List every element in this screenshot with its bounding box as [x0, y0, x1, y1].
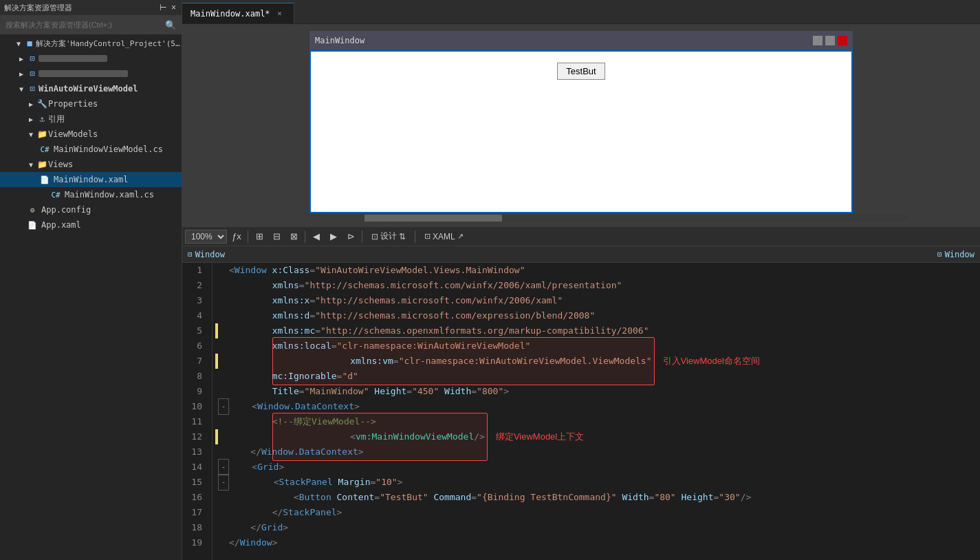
- code-line-15: - <StackPanel Margin="10">: [218, 475, 974, 490]
- code-line-10: - <Window.DataContext>: [218, 399, 974, 414]
- sidebar-item-blurred2[interactable]: ▶ ⊡: [0, 66, 182, 81]
- sidebar-item-properties[interactable]: ▶ 🔧 Properties: [0, 96, 182, 111]
- xaml-toggle-btn[interactable]: ⊡ XAML ↗: [419, 230, 469, 243]
- properties-icon: 🔧: [36, 99, 48, 109]
- breadcrumb-window-icon: ⊡: [188, 250, 193, 259]
- appconfig-label: App.config: [41, 205, 182, 215]
- viewmodels-folder-label: ViewModels: [48, 129, 182, 139]
- annotation-line12: 绑定ViewModel上下文: [496, 429, 584, 444]
- tab-mainwindow-xaml[interactable]: MainWindow.xaml* ×: [182, 3, 294, 23]
- code-line-17: </StackPanel>: [218, 505, 974, 520]
- tab-bar: MainWindow.xaml* ×: [182, 0, 980, 24]
- sidebar-header-controls: ⊢ ×: [158, 3, 177, 12]
- sidebar-item-appconfig[interactable]: ⚙ App.config: [0, 202, 182, 217]
- preview-maximize-btn[interactable]: [825, 36, 835, 45]
- toolbar-formula-btn[interactable]: ƒx: [229, 229, 244, 244]
- annotation-line7: 引入ViewModel命名空间: [663, 354, 760, 369]
- line-numbers: 1 2 3 4 5 6 7 8 9 10 11 12 13 14 15 16 1…: [182, 263, 213, 560]
- toolbar-grid-btn[interactable]: ⊞: [252, 229, 267, 244]
- preview-testbut[interactable]: TestBut: [557, 63, 605, 80]
- sidebar-item-mainwindow-cs[interactable]: C# MainWindow.xaml.cs: [0, 187, 182, 202]
- preview-titlebar: MainWindow: [309, 31, 853, 50]
- code-content: <Window x:Class="WinAutoWireViewModel.Vi…: [213, 263, 980, 560]
- editor-area: MainWindow.xaml* × MainWindow TestBut: [182, 0, 980, 560]
- toolbar-left-btn[interactable]: ◀: [309, 229, 324, 244]
- project-icon-1: ⊡: [26, 54, 39, 63]
- properties-label: Properties: [48, 99, 182, 109]
- fold-btn-14[interactable]: -: [218, 459, 229, 475]
- mainwindow-cs-label: MainWindow.xaml.cs: [65, 190, 182, 200]
- code-line-18: </Grid>: [218, 520, 974, 535]
- sidebar-search-input[interactable]: [6, 21, 162, 29]
- code-line-13: </Window.DataContext>: [218, 444, 974, 460]
- sidebar-item-project[interactable]: ▼ ⊡ WinAutoWireViewModel: [0, 81, 182, 96]
- code-line-7: xmlns:vm="clr-namespace:WinAutoWireViewM…: [218, 354, 974, 369]
- preview-minimize-btn[interactable]: [813, 36, 823, 45]
- main-layout: 解决方案资源管理器 ⊢ × 🔍 ▼ ■ 解决方案'HandyControl_Pr…: [0, 0, 980, 560]
- breadcrumb-right-window[interactable]: Window: [945, 250, 974, 259]
- zoom-select[interactable]: 100%: [185, 230, 227, 244]
- code-line-1: <Window x:Class="WinAutoWireViewModel.Vi…: [218, 263, 974, 278]
- sidebar-item-blurred1[interactable]: ▶ ⊡: [0, 51, 182, 66]
- sidebar-header: 解决方案资源管理器 ⊢ ×: [0, 0, 182, 15]
- toolbar-expand-btn[interactable]: ⊳: [343, 229, 358, 244]
- views-folder-label: Views: [48, 160, 182, 169]
- mainwindow-xaml-label: MainWindow.xaml: [54, 175, 182, 184]
- project-label: WinAutoWireViewModel: [39, 84, 182, 94]
- sidebar-item-views[interactable]: ▼ 📁 Views: [0, 157, 182, 172]
- sidebar-item-appxaml[interactable]: 📄 App.xaml: [0, 217, 182, 233]
- preview-scrollbar-thumb[interactable]: [364, 215, 502, 222]
- code-editor[interactable]: 1 2 3 4 5 6 7 8 9 10 11 12 13 14 15 16 1…: [182, 263, 980, 560]
- sidebar-tree: ▼ ■ 解决方案'HandyControl_Project'(5 个项 ▶ ⊡ …: [0, 34, 182, 560]
- toolbar-right-btn[interactable]: ▶: [326, 229, 341, 244]
- toolbar-sep-3: [362, 230, 362, 243]
- sidebar-item-viewmodels[interactable]: ▼ 📁 ViewModels: [0, 127, 182, 142]
- solution-label: 解决方案'HandyControl_Project'(5 个项: [36, 39, 182, 49]
- sidebar-item-solution[interactable]: ▼ ■ 解决方案'HandyControl_Project'(5 个项: [0, 36, 182, 51]
- breadcrumb-item-window[interactable]: Window: [195, 250, 225, 259]
- preview-scrollbar: [364, 215, 908, 222]
- editor-toolbar: 100% ƒx ⊞ ⊟ ⊠ ◀ ▶ ⊳ ⊡ 设计 ⇅ ⊡ XAML ↗: [182, 227, 980, 246]
- xaml-label: XAML: [433, 232, 455, 241]
- breadcrumb-bar: ⊡ Window ⊡ Window: [182, 246, 980, 263]
- toolbar-fit-btn[interactable]: ⊠: [286, 229, 301, 244]
- refs-label: 引用: [48, 114, 182, 125]
- design-icon: ⊡: [371, 232, 378, 241]
- fold-btn-10[interactable]: -: [218, 398, 229, 415]
- design-toggle-btn[interactable]: ⊡ 设计 ⇅: [366, 229, 411, 244]
- design-label: 设计: [380, 230, 397, 242]
- preview-titlebar-btns: [813, 36, 847, 45]
- xaml-file-icon-1: 📄: [39, 175, 51, 184]
- toolbar-sep-1: [248, 230, 248, 243]
- preview-window-title: MainWindow: [315, 36, 364, 45]
- config-icon: ⚙: [26, 206, 39, 215]
- code-line-8: mc:Ignorable="d": [218, 369, 974, 384]
- code-line-5: xmlns:mc="http://schemas.openxmlformats.…: [218, 323, 974, 338]
- solution-icon: ■: [23, 39, 36, 48]
- code-line-3: xmlns:x="http://schemas.microsoft.com/wi…: [218, 293, 974, 308]
- preview-area: MainWindow TestBut: [182, 24, 980, 227]
- preview-close-btn[interactable]: [838, 36, 847, 45]
- sidebar: 解决方案资源管理器 ⊢ × 🔍 ▼ ■ 解决方案'HandyControl_Pr…: [0, 0, 182, 560]
- code-line-2: xmlns="http://schemas.microsoft.com/winf…: [218, 278, 974, 293]
- tab-mainwindow-xaml-label: MainWindow.xaml*: [190, 9, 270, 19]
- sidebar-item-refs[interactable]: ▶ ⚓ 引用: [0, 111, 182, 127]
- project-icon-2: ⊡: [26, 69, 39, 78]
- sidebar-item-mainwindow-xaml[interactable]: 📄 MainWindow.xaml: [0, 172, 182, 187]
- xaml-icon: ⊡: [424, 232, 431, 241]
- sidebar-item-mainwindowviewmodel[interactable]: C# MainWindowViewModel.cs: [0, 142, 182, 157]
- toolbar-snap-btn[interactable]: ⊟: [269, 229, 284, 244]
- fold-btn-15[interactable]: -: [218, 474, 229, 491]
- appxaml-label: App.xaml: [41, 220, 182, 230]
- sidebar-auto-hide-btn[interactable]: ×: [170, 3, 177, 12]
- refs-icon: ⚓: [36, 114, 48, 124]
- design-arrows: ⇅: [399, 232, 406, 241]
- sidebar-pin-btn[interactable]: ⊢: [158, 3, 168, 12]
- tab-mainwindow-xaml-close[interactable]: ×: [274, 8, 285, 19]
- preview-content: TestBut: [309, 50, 853, 213]
- breadcrumb-right-icon: ⊡: [937, 250, 942, 259]
- mainwindowviewmodel-label: MainWindowViewModel.cs: [54, 144, 182, 154]
- project-main-icon: ⊡: [26, 84, 39, 94]
- toolbar-sep-4: [415, 230, 415, 243]
- cs-file-icon-2: C#: [50, 191, 62, 200]
